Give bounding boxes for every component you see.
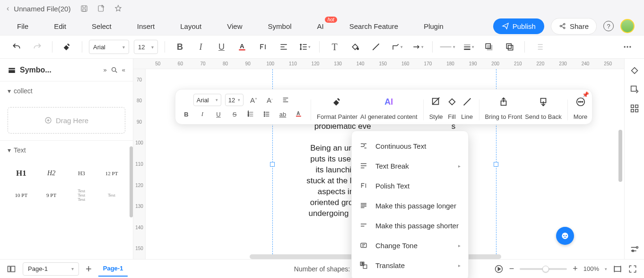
- text-item-h1[interactable]: H1: [8, 164, 35, 182]
- line-weight-icon[interactable]: ▾: [460, 39, 476, 55]
- menu-view[interactable]: View: [227, 22, 242, 30]
- line-color-icon[interactable]: [368, 39, 384, 55]
- float-style-icon[interactable]: [430, 93, 442, 110]
- back-icon[interactable]: ‹: [7, 4, 9, 13]
- page-tab-1[interactable]: Page-1: [98, 261, 128, 277]
- menu-symbol[interactable]: Symbol: [268, 22, 292, 30]
- text-item-12pt[interactable]: 12 PT: [98, 164, 125, 182]
- section-collect[interactable]: ▾collect: [8, 87, 125, 95]
- menu-search-feature[interactable]: Search Feature: [349, 22, 398, 30]
- add-page-button[interactable]: +: [86, 263, 92, 275]
- theme-icon[interactable]: [629, 65, 640, 76]
- pin-icon[interactable]: 📌: [582, 91, 589, 98]
- text-item-small[interactable]: Text: [98, 186, 125, 204]
- ai-menu-translate[interactable]: 文Translate▸: [352, 255, 468, 275]
- float-format-painter-icon[interactable]: [331, 93, 343, 110]
- font-select[interactable]: Arial▾: [89, 40, 129, 54]
- float-numbered-list-icon[interactable]: 123: [244, 108, 257, 120]
- ai-menu-text-break[interactable]: Text Break▸: [352, 156, 468, 176]
- font-size-select[interactable]: 12▾: [134, 40, 158, 54]
- section-text[interactable]: ▾Text: [8, 146, 125, 154]
- fit-width-icon[interactable]: [613, 264, 622, 274]
- chat-bubble-icon[interactable]: [556, 227, 574, 245]
- more-icon[interactable]: [619, 39, 635, 55]
- text-case-icon[interactable]: [255, 39, 271, 55]
- selection-handle-left[interactable]: [270, 162, 275, 167]
- underline-icon[interactable]: U: [213, 39, 229, 55]
- italic-icon[interactable]: I: [192, 39, 209, 55]
- menu-layout[interactable]: Layout: [180, 22, 201, 30]
- outline-view-icon[interactable]: [7, 264, 16, 274]
- float-align-icon[interactable]: [279, 94, 292, 106]
- shadow-icon[interactable]: [481, 39, 497, 55]
- menu-edit[interactable]: Edit: [54, 22, 66, 30]
- line-style-icon[interactable]: ▾: [439, 39, 455, 55]
- help-icon[interactable]: ?: [603, 21, 614, 31]
- fullscreen-icon[interactable]: [628, 264, 637, 274]
- star-icon[interactable]: [114, 4, 122, 13]
- zoom-out-icon[interactable]: −: [509, 264, 514, 274]
- text-tool-icon[interactable]: T: [326, 39, 342, 55]
- float-size-select[interactable]: 12▾: [225, 94, 244, 106]
- fill-color-icon[interactable]: [347, 39, 363, 55]
- float-strike-icon[interactable]: S: [228, 108, 241, 120]
- text-item-9pt[interactable]: 9 PT: [38, 186, 65, 204]
- float-underline-icon[interactable]: U: [212, 108, 225, 120]
- decrease-font-icon[interactable]: A-: [263, 94, 276, 106]
- zoom-slider[interactable]: [520, 268, 567, 270]
- menu-select[interactable]: Select: [92, 22, 112, 30]
- grid-icon[interactable]: [629, 103, 640, 114]
- share-button[interactable]: Share: [551, 18, 597, 35]
- settings-toggle-icon[interactable]: [629, 244, 640, 254]
- format-painter-icon[interactable]: [59, 39, 75, 55]
- float-clear-format-icon[interactable]: ab: [277, 108, 289, 120]
- layers-icon[interactable]: [502, 39, 518, 55]
- menu-file[interactable]: File: [17, 22, 28, 30]
- bold-icon[interactable]: B: [172, 39, 188, 55]
- line-spacing-icon[interactable]: ▾: [296, 39, 313, 55]
- canvas-v-scrollbar[interactable]: [618, 130, 622, 182]
- increase-font-icon[interactable]: A+: [247, 94, 260, 106]
- menu-ai[interactable]: AIhot: [317, 22, 324, 30]
- ai-menu-continuous-text[interactable]: Continuous Text: [352, 136, 468, 156]
- avatar[interactable]: [620, 19, 635, 33]
- text-item-h3[interactable]: H3: [68, 164, 96, 182]
- bring-to-front-icon[interactable]: [497, 93, 510, 110]
- ai-menu-make-longer[interactable]: Make this passage longer: [352, 196, 468, 215]
- float-fill-icon[interactable]: [446, 93, 458, 110]
- list-icon[interactable]: [531, 39, 548, 55]
- ai-menu-polish-text[interactable]: Polish Text: [352, 176, 468, 196]
- align-icon[interactable]: [276, 39, 292, 55]
- ai-generated-content-button[interactable]: AI: [379, 93, 398, 110]
- float-font-color-icon[interactable]: A: [293, 108, 305, 120]
- search-icon[interactable]: [111, 66, 118, 74]
- send-to-back-icon[interactable]: [537, 93, 549, 110]
- text-item-h2[interactable]: H2: [38, 164, 65, 182]
- float-font-select[interactable]: Arial▾: [193, 94, 221, 106]
- text-item-10pt[interactable]: 10 PT: [8, 186, 35, 204]
- float-bullet-list-icon[interactable]: [261, 108, 273, 120]
- sidebar-scrollbar[interactable]: [130, 146, 133, 217]
- page-select[interactable]: Page-1▾: [23, 262, 79, 276]
- float-line-icon[interactable]: [461, 93, 473, 110]
- save-icon[interactable]: [80, 4, 88, 13]
- menu-plugin[interactable]: Plugin: [424, 22, 444, 30]
- float-italic-icon[interactable]: I: [196, 108, 209, 120]
- ai-menu-make-shorter[interactable]: Make this passage shorter: [352, 215, 468, 235]
- menu-insert[interactable]: Insert: [137, 22, 155, 30]
- zoom-in-icon[interactable]: +: [573, 264, 578, 274]
- connector-icon[interactable]: ▾: [389, 39, 405, 55]
- shape-export-icon[interactable]: [629, 84, 640, 95]
- redo-icon[interactable]: [29, 39, 45, 55]
- selection-handle-right[interactable]: [494, 162, 498, 167]
- float-bold-icon[interactable]: B: [180, 108, 192, 120]
- font-color-icon[interactable]: A: [234, 39, 250, 55]
- arrow-style-icon[interactable]: ▾: [409, 39, 426, 55]
- presentation-icon[interactable]: [494, 264, 504, 274]
- export-icon[interactable]: [97, 4, 105, 13]
- text-item-multi[interactable]: Text Text Text: [68, 186, 96, 204]
- undo-icon[interactable]: [9, 39, 25, 55]
- collapse-sidebar-icon[interactable]: «: [122, 66, 125, 73]
- zoom-value[interactable]: 100%: [583, 265, 599, 272]
- publish-button[interactable]: Publish: [493, 18, 544, 34]
